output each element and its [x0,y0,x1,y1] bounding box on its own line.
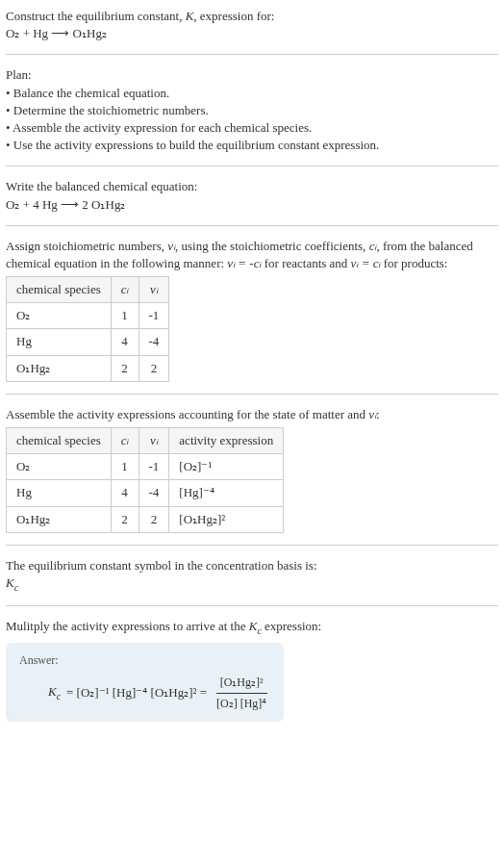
th-vi: νᵢ [139,277,169,303]
table-row: Hg 4 -4 [7,329,169,355]
assign-t4: for reactants and [261,256,350,270]
th-species: chemical species [7,277,112,303]
intro-text: Construct the equilibrium constant, K, e… [6,8,498,25]
kc-fraction: [O₁Hg₂]² [O₂] [Hg]⁴ [213,675,270,712]
assemble-t1: Assemble the activity expressions accoun… [6,407,368,421]
assign-vi: νᵢ [167,239,175,253]
cell-species: O₂ [7,454,112,480]
plan-bullet-3: • Assemble the activity expression for e… [6,119,498,137]
kc-lhs-sub: c [57,691,61,701]
divider [6,225,498,226]
kc-symbol: Kc [6,574,498,594]
kc-sub: c [14,582,18,593]
kc-numerator: [O₁Hg₂]² [216,675,267,694]
symbol-section: The equilibrium constant symbol in the c… [6,557,498,594]
intro-section: Construct the equilibrium constant, K, e… [6,8,498,42]
table-header-row: chemical species cᵢ νᵢ activity expressi… [7,428,284,454]
th-vi: νᵢ [139,428,169,454]
assign-t2: , using the stoichiometric coefficients, [175,239,369,253]
kc-expression: Kc = [O₂]⁻¹ [Hg]⁻⁴ [O₁Hg₂]² = [O₁Hg₂]² [… [19,675,270,712]
answer-box: Answer: Kc = [O₂]⁻¹ [Hg]⁻⁴ [O₁Hg₂]² = [O… [6,643,284,721]
stoich-table: chemical species cᵢ νᵢ O₂ 1 -1 Hg 4 -4 O… [6,276,169,382]
assign-rel1: νᵢ = -cᵢ [227,256,261,270]
cell-ci: 2 [111,355,139,381]
kc-lhs: Kc [48,683,61,702]
kc-mid: = [O₂]⁻¹ [Hg]⁻⁴ [O₁Hg₂]² = [66,684,207,701]
balanced-section: Write the balanced chemical equation: O₂… [6,178,498,213]
divider [6,54,498,55]
cell-species: O₂ [7,303,112,329]
cell-vi: 2 [139,506,169,532]
cell-ci: 1 [111,303,139,329]
assemble-t2: : [376,407,380,421]
intro-line1b: , expression for: [193,9,274,23]
assemble-section: Assemble the activity expressions accoun… [6,406,498,533]
assign-t1: Assign stoichiometric numbers, [6,239,167,253]
cell-vi: -4 [139,480,169,506]
assign-rel2: νᵢ = cᵢ [351,256,381,270]
kc-lhs-k: K [48,684,57,699]
cell-activity: [O₂]⁻¹ [169,454,284,480]
multiply-text: Mulitply the activity expressions to arr… [6,618,498,637]
th-species: chemical species [7,428,112,454]
cell-vi: -1 [139,303,169,329]
balanced-title: Write the balanced chemical equation: [6,178,498,195]
cell-species: O₁Hg₂ [7,355,112,381]
table-row: O₂ 1 -1 [7,303,169,329]
cell-species: Hg [7,480,112,506]
th-ci: cᵢ [111,277,139,303]
assemble-text: Assemble the activity expressions accoun… [6,406,498,423]
multiply-section: Mulitply the activity expressions to arr… [6,618,498,722]
table-row: Hg 4 -4 [Hg]⁻⁴ [7,480,284,506]
kc-denominator: [O₂] [Hg]⁴ [213,694,270,712]
plan-section: Plan: • Balance the chemical equation. •… [6,66,498,154]
cell-vi: 2 [139,355,169,381]
cell-vi: -4 [139,329,169,355]
cell-activity: [Hg]⁻⁴ [169,480,284,506]
assemble-vi: νᵢ [368,407,376,421]
table-row: O₁Hg₂ 2 2 [7,355,169,381]
table-row: O₁Hg₂ 2 2 [O₁Hg₂]² [7,506,284,532]
th-activity: activity expression [169,428,284,454]
multiply-t1: Mulitply the activity expressions to arr… [6,619,249,633]
divider [6,605,498,606]
cell-vi: -1 [139,454,169,480]
cell-ci: 4 [111,329,139,355]
activity-table: chemical species cᵢ νᵢ activity expressi… [6,427,284,533]
cell-ci: 4 [111,480,139,506]
plan-bullet-1: • Balance the chemical equation. [6,85,498,102]
table-row: O₂ 1 -1 [O₂]⁻¹ [7,454,284,480]
plan-title: Plan: [6,66,498,84]
kc-k: K [6,575,14,590]
divider [6,166,498,166]
divider [6,545,498,546]
assign-section: Assign stoichiometric numbers, νᵢ, using… [6,238,498,382]
cell-species: Hg [7,329,112,355]
cell-ci: 1 [111,454,139,480]
divider [6,394,498,395]
multiply-t2: expression: [262,619,321,633]
th-ci: cᵢ [111,428,139,454]
intro-equation: O₂ + Hg ⟶ O₁Hg₂ [6,25,498,42]
cell-activity: [O₁Hg₂]² [169,506,284,532]
answer-label: Answer: [19,652,270,669]
cell-ci: 2 [111,506,139,532]
plan-bullet-2: • Determine the stoichiometric numbers. [6,102,498,119]
cell-species: O₁Hg₂ [7,506,112,532]
intro-line1: Construct the equilibrium constant, [6,9,186,23]
table-header-row: chemical species cᵢ νᵢ [7,277,169,303]
balanced-equation: O₂ + 4 Hg ⟶ 2 O₁Hg₂ [6,196,498,214]
plan-bullet-4: • Use the activity expressions to build … [6,137,498,154]
assign-t5: for products: [380,256,447,270]
symbol-text: The equilibrium constant symbol in the c… [6,557,498,574]
assign-text: Assign stoichiometric numbers, νᵢ, using… [6,238,498,272]
